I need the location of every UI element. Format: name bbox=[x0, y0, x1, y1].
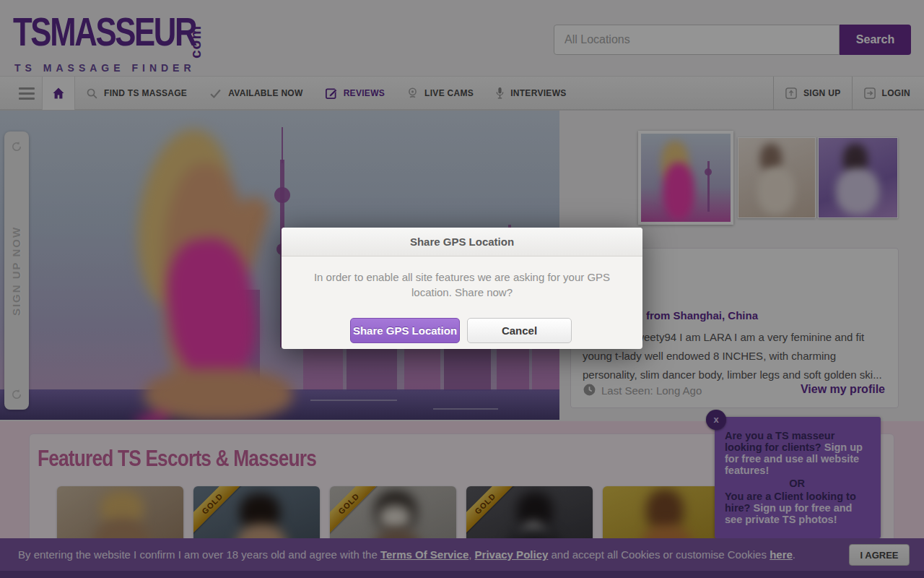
cancel-button[interactable]: Cancel bbox=[467, 318, 572, 343]
gps-location-modal: Share GPS Location In order to enable al… bbox=[282, 228, 642, 349]
modal-message: In order to enable all site features we … bbox=[310, 269, 614, 300]
share-gps-location-button[interactable]: Share GPS Location bbox=[350, 318, 460, 343]
modal-title: Share GPS Location bbox=[282, 228, 642, 256]
